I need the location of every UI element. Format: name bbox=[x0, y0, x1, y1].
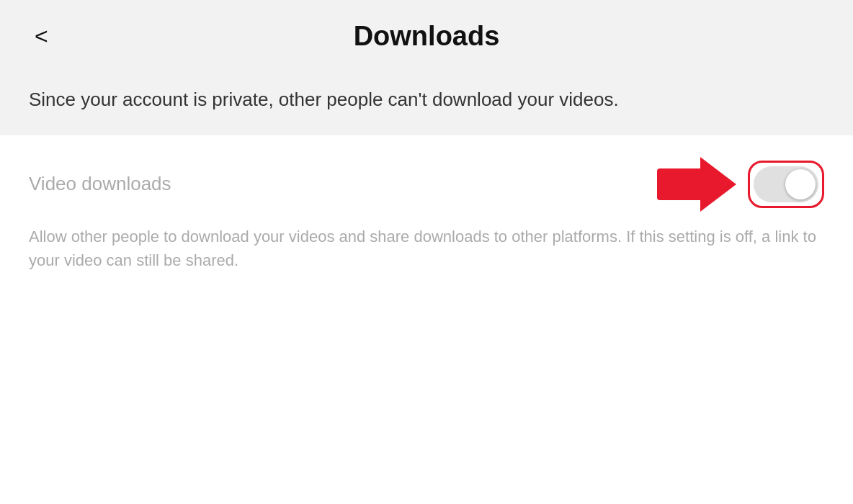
private-account-info: Since your account is private, other peo… bbox=[29, 86, 824, 114]
video-downloads-description: Allow other people to download your vide… bbox=[29, 225, 824, 272]
header: < Downloads bbox=[0, 0, 853, 65]
back-button[interactable]: < bbox=[29, 22, 54, 50]
downloads-page: < Downloads Since your account is privat… bbox=[0, 0, 853, 504]
toggle-area bbox=[657, 157, 824, 212]
info-section: Since your account is private, other peo… bbox=[0, 65, 853, 135]
video-downloads-label: Video downloads bbox=[29, 173, 171, 195]
video-downloads-toggle[interactable] bbox=[754, 166, 818, 202]
toggle-border bbox=[748, 161, 824, 208]
arrow-icon bbox=[700, 157, 736, 212]
toggle-knob bbox=[785, 169, 816, 199]
video-downloads-row: Video downloads bbox=[29, 157, 824, 212]
page-title: Downloads bbox=[354, 21, 500, 52]
settings-card: Video downloads Allow other people to do… bbox=[0, 135, 853, 504]
